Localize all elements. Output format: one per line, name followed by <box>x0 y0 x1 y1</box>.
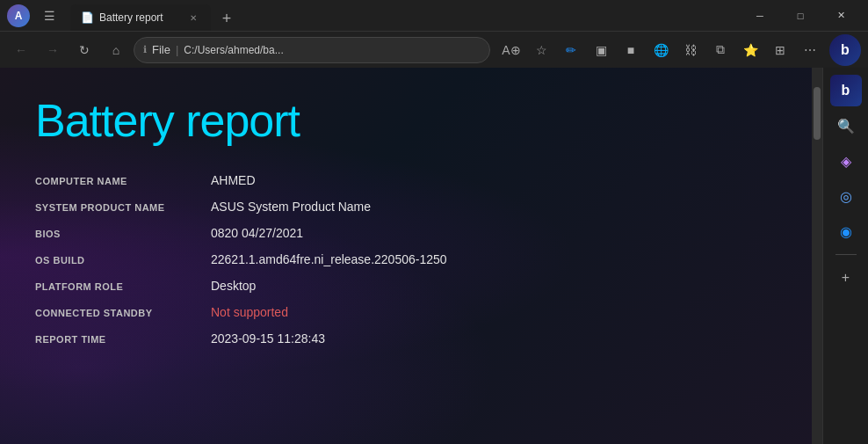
info-value: ASUS System Product Name <box>211 200 371 214</box>
close-button[interactable]: ✕ <box>821 0 861 31</box>
info-value: Desktop <box>211 279 256 293</box>
sidebar-divider <box>835 254 857 255</box>
sidebar-favorites-icon[interactable]: ◈ <box>830 145 862 177</box>
back-button[interactable]: ← <box>7 36 35 64</box>
sidebar-right: b 🔍 ◈ ◎ ◉ + <box>822 68 868 444</box>
info-row: REPORT TIME2023-09-15 11:28:43 <box>35 331 777 353</box>
info-value: 0820 04/27/2021 <box>211 226 303 240</box>
window-controls-left: A ☰ <box>7 2 63 30</box>
info-icon: ℹ <box>143 44 147 55</box>
active-tab[interactable]: 📄 Battery report ✕ <box>70 4 211 31</box>
maximize-button[interactable]: □ <box>780 0 821 31</box>
info-row: PLATFORM ROLEDesktop <box>35 279 777 300</box>
info-label: BIOS <box>35 229 211 239</box>
sidebar-copilot-icon[interactable]: ◎ <box>830 180 862 212</box>
window-controls-right: ─ □ ✕ <box>740 0 861 31</box>
info-value: 22621.1.amd64fre.ni_release.220506-1250 <box>211 252 447 266</box>
globe-button[interactable]: 🌐 <box>647 36 675 64</box>
info-label: COMPUTER NAME <box>35 176 211 186</box>
new-tab-button[interactable]: + <box>214 6 239 31</box>
read-aloud-button[interactable]: A⊕ <box>497 36 525 64</box>
collections-button[interactable]: ⊞ <box>766 36 794 64</box>
forward-button[interactable]: → <box>39 36 67 64</box>
tab-favicon: 📄 <box>81 11 94 24</box>
sidebar-add-icon[interactable]: + <box>830 262 862 294</box>
sidebar-search-icon[interactable]: 🔍 <box>830 110 862 142</box>
favorites-button[interactable]: ☆ <box>527 36 555 64</box>
home-button[interactable]: ⌂ <box>102 36 130 64</box>
main-content: Battery report COMPUTER NAMEAHMEDSYSTEM … <box>0 68 812 444</box>
scrollbar-thumb[interactable] <box>814 87 821 140</box>
file-label: File <box>152 43 170 56</box>
info-label: REPORT TIME <box>35 334 211 345</box>
info-table: COMPUTER NAMEAHMEDSYSTEM PRODUCT NAMEASU… <box>35 173 777 353</box>
info-row: BIOS0820 04/27/2021 <box>35 226 777 247</box>
info-label: CONNECTED STANDBY <box>35 308 211 318</box>
settings-button[interactable]: ⋯ <box>796 36 824 64</box>
extensions-button[interactable]: ⛓ <box>676 36 705 64</box>
sidebar-toggle[interactable]: ☰ <box>35 2 63 30</box>
address-input[interactable]: ℹ File | C:/Users/ahmed/ba... <box>134 37 490 63</box>
info-label: PLATFORM ROLE <box>35 281 211 292</box>
pen-button[interactable]: ✏ <box>557 36 585 64</box>
stop-button[interactable]: ■ <box>617 36 645 64</box>
url-text: C:/Users/ahmed/ba... <box>184 44 481 56</box>
minimize-button[interactable]: ─ <box>740 0 780 31</box>
title-bar: A ☰ 📄 Battery report ✕ + ─ □ ✕ <box>0 0 868 31</box>
sidebar-bing-icon[interactable]: b <box>830 75 862 106</box>
info-value: Not supported <box>211 305 288 319</box>
info-row: SYSTEM PRODUCT NAMEASUS System Product N… <box>35 200 777 221</box>
info-row: CONNECTED STANDBYNot supported <box>35 305 777 326</box>
tab-close-button[interactable]: ✕ <box>186 11 200 25</box>
address-bar: ← → ↻ ⌂ ℹ File | C:/Users/ahmed/ba... A⊕… <box>0 31 868 68</box>
info-value: 2023-09-15 11:28:43 <box>211 331 325 346</box>
address-separator: | <box>176 43 178 56</box>
tab-label: Battery report <box>99 11 181 24</box>
info-value: AHMED <box>211 173 256 187</box>
info-row: OS BUILD22621.1.amd64fre.ni_release.2205… <box>35 252 777 273</box>
refresh-button[interactable]: ↻ <box>70 36 98 64</box>
toolbar-icons: A⊕ ☆ ✏ ▣ ■ 🌐 ⛓ ⧉ ⭐ ⊞ ⋯ b <box>497 34 861 66</box>
info-label: OS BUILD <box>35 255 211 266</box>
bing-button[interactable]: b <box>829 34 861 66</box>
favorites-bar-button[interactable]: ⭐ <box>736 36 764 64</box>
split-view-button[interactable]: ⧉ <box>706 36 734 64</box>
sidebar-outlook-icon[interactable]: ◉ <box>830 215 862 247</box>
scrollbar[interactable] <box>812 68 822 444</box>
page-title: Battery report <box>35 94 777 147</box>
profile-icon[interactable]: A <box>7 4 30 27</box>
info-label: SYSTEM PRODUCT NAME <box>35 202 211 213</box>
immersive-reader-button[interactable]: ▣ <box>587 36 615 64</box>
tab-bar: 📄 Battery report ✕ + <box>70 0 733 31</box>
info-row: COMPUTER NAMEAHMED <box>35 173 777 194</box>
